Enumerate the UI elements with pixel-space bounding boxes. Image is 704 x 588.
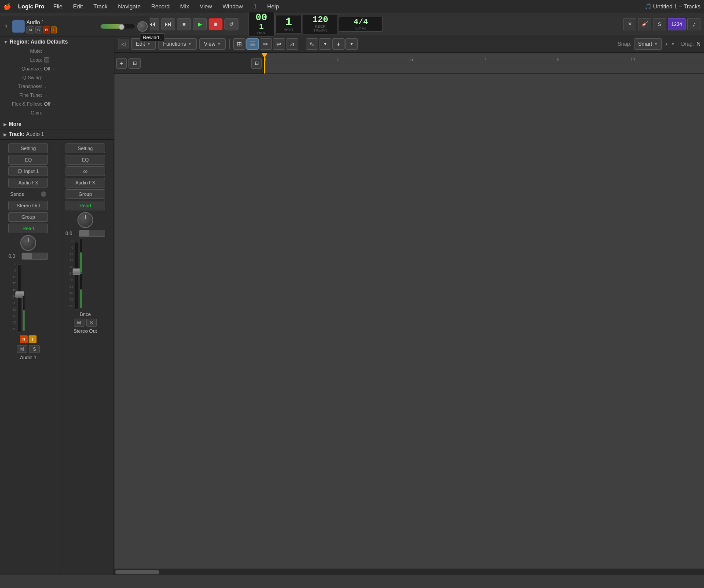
more-section[interactable]: ▶ More — [0, 119, 114, 129]
loop-checkbox[interactable] — [44, 57, 49, 62]
add-track-button[interactable]: + — [116, 58, 127, 69]
app-name[interactable]: Logic Pro — [18, 3, 44, 10]
more-title: More — [9, 121, 22, 127]
channel2-volume-row: 0.0 — [66, 230, 105, 237]
add-dropdown-button[interactable]: ▼ — [345, 38, 358, 50]
lcd-timesig[interactable]: 4/4 Cmaj — [339, 17, 383, 32]
metronome-button[interactable]: ✕ — [623, 18, 636, 30]
horizontal-scrollbar[interactable] — [114, 569, 704, 575]
channel1-read-button[interactable]: Read — [8, 224, 48, 233]
menu-navigate[interactable]: Navigate — [116, 2, 142, 11]
channel2-m-button[interactable]: M — [74, 319, 84, 327]
pencil-tool-button[interactable]: ✏ — [260, 38, 272, 50]
track-options-button[interactable]: ⊟ — [251, 58, 262, 69]
list-view-button[interactable]: ☰ — [246, 38, 259, 50]
track-1-lane[interactable] — [264, 63, 704, 74]
lcd-key-value: Cmaj — [356, 26, 367, 30]
menu-track[interactable]: Track — [92, 2, 109, 11]
scale-35: 35 — [12, 308, 16, 312]
channel1-group-button[interactable]: Group — [8, 212, 48, 222]
gain-row: Gain: — [0, 108, 114, 117]
channel2-group-button[interactable]: Group — [66, 189, 105, 199]
snap-value-button[interactable]: Smart ▼ — [634, 38, 662, 50]
channel1-pan-knob[interactable] — [20, 235, 36, 251]
master-tune-button[interactable]: ♪ — [687, 18, 700, 30]
tracks-content: + ⊞ ⊟ 1 🎵 Audio 1 — [114, 53, 704, 575]
channel2-fader-track[interactable] — [75, 242, 78, 310]
tuner-button[interactable]: 🎸 — [638, 18, 651, 30]
channel1-r-button[interactable]: R — [20, 335, 28, 343]
snap-down-arrow-icon[interactable]: ▼ — [671, 42, 675, 46]
pointer-tool-button[interactable]: ↖ — [306, 38, 318, 50]
channel1-s-button[interactable]: S — [29, 345, 40, 353]
channel1-setting-button[interactable]: Setting — [8, 143, 48, 153]
more-collapse-icon: ▶ — [4, 122, 7, 127]
play-button[interactable]: ▶ — [193, 18, 207, 30]
scale-30: 30 — [12, 301, 16, 305]
channel1-eq-button[interactable]: EQ — [8, 155, 48, 165]
finetune-value[interactable]: ⌄ — [44, 93, 48, 97]
track-list-options-button[interactable]: ⊞ — [128, 58, 141, 69]
menu-edit[interactable]: Edit — [71, 2, 84, 11]
flexfollow-value[interactable]: Off ⌄ — [44, 101, 55, 107]
scale2-3: 3 — [71, 239, 73, 243]
sends-dot-icon — [41, 191, 46, 197]
menu-1[interactable]: 1 — [252, 2, 258, 11]
channel1-name: Audio 1 — [20, 355, 37, 360]
channel2-link-button[interactable]: ∞ — [66, 166, 105, 176]
track-section-name: Audio 1 — [26, 131, 44, 137]
channel2-setting-button[interactable]: Setting — [66, 143, 105, 153]
view-chevron-icon: ▼ — [217, 42, 221, 46]
channel1-audiofx-button[interactable]: Audio FX — [8, 178, 48, 187]
channel1-output-button[interactable]: Stereo Out — [8, 201, 48, 210]
lcd-display: 00 1 BAR 1 BEAT 120 KEEP TEMPO 4/4 Cmaj — [248, 12, 383, 37]
score-button[interactable]: S — [653, 18, 666, 30]
menu-window[interactable]: Window — [221, 2, 245, 11]
add-tool-button[interactable]: + — [332, 38, 345, 50]
channel2-eq-button[interactable]: EQ — [66, 155, 105, 165]
lcd-beat[interactable]: 1 BEAT — [275, 15, 302, 33]
cycle-button[interactable]: ↺ — [224, 18, 238, 30]
channel2-fader-area: 3 6 12 15 18 24 30 35 40 50 60 — [66, 239, 105, 309]
functions-chevron-icon: ▼ — [188, 42, 192, 46]
finetune-row: Fine Tune: ⌄ — [0, 91, 114, 99]
counter-display[interactable]: 1234 — [668, 18, 686, 30]
channel1-volume-bar[interactable] — [22, 253, 48, 260]
lcd-bar[interactable]: 00 1 BAR — [248, 12, 275, 37]
quantize-value[interactable]: Off ⌄ — [44, 66, 55, 71]
edit-button[interactable]: Edit ▼ — [131, 38, 156, 50]
pointer-dropdown-button[interactable]: ▼ — [319, 38, 331, 50]
channel2-pan-knob[interactable] — [77, 212, 93, 228]
grid-view-button[interactable]: ⊞ — [233, 38, 246, 50]
menu-help[interactable]: Help — [265, 2, 281, 11]
back-arrow-button[interactable]: ◁ — [118, 39, 128, 49]
lcd-tempo[interactable]: 120 KEEP TEMPO — [303, 14, 338, 34]
channel2-volume-bar[interactable] — [79, 230, 105, 237]
region-inspector-header[interactable]: ▼ Region: Audio Defaults — [0, 37, 114, 47]
channel1-sends[interactable]: Sends — [8, 189, 48, 199]
scale-15: 15 — [12, 282, 16, 285]
menu-view[interactable]: View — [198, 2, 214, 11]
fast-forward-button[interactable]: ⏭ — [161, 18, 175, 30]
functions-button[interactable]: Functions ▼ — [158, 38, 197, 50]
channel2-s-button[interactable]: S — [86, 319, 97, 327]
channel2-read-button[interactable]: Read — [66, 201, 105, 210]
channel1-m-button[interactable]: M — [17, 345, 27, 353]
snap-up-arrow-icon[interactable]: ▲ — [664, 42, 668, 46]
menu-record[interactable]: Record — [150, 2, 172, 11]
channel1-i-button[interactable]: I — [29, 335, 37, 343]
scrollbar-thumb[interactable] — [115, 570, 159, 574]
split-tool-button[interactable]: ⇌ — [273, 38, 285, 50]
transpose-value[interactable]: ⌄ — [44, 84, 48, 88]
record-button[interactable]: ⏺ — [209, 18, 223, 30]
marker-tool-button[interactable]: ⊿ — [286, 38, 298, 50]
channel1-input-button[interactable]: Input 1 — [8, 166, 48, 176]
lcd-bar-label: BAR — [257, 31, 266, 35]
track-section[interactable]: ▶ Track: Audio 1 — [0, 129, 114, 140]
stop-button[interactable]: ■ — [177, 18, 191, 30]
channel1-fader-track[interactable] — [18, 265, 21, 333]
view-button[interactable]: View ▼ — [199, 38, 226, 50]
channel2-audiofx-button[interactable]: Audio FX — [66, 178, 105, 187]
menu-mix[interactable]: Mix — [179, 2, 191, 11]
menu-file[interactable]: File — [51, 2, 64, 11]
